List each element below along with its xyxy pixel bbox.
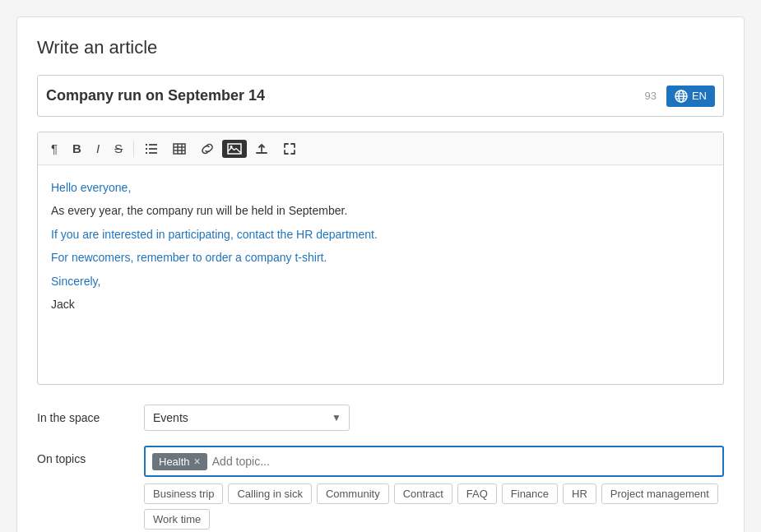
toolbar-link-btn[interactable] bbox=[194, 139, 220, 159]
add-topic-input[interactable] bbox=[212, 455, 716, 468]
topic-chip-community[interactable]: Community bbox=[317, 483, 389, 504]
table-icon bbox=[173, 143, 186, 155]
toolbar-image-btn[interactable] bbox=[222, 140, 247, 158]
upload-icon bbox=[255, 142, 268, 155]
editor-area: ¶ B I S bbox=[37, 132, 724, 385]
editor-line-5: Sincerely, bbox=[51, 272, 710, 290]
globe-icon bbox=[675, 90, 688, 103]
space-select[interactable]: Events General HR Company bbox=[144, 405, 350, 431]
title-row: 93 EN bbox=[37, 75, 724, 117]
toolbar-table-btn[interactable] bbox=[166, 139, 193, 159]
topic-chip-hr[interactable]: HR bbox=[563, 483, 596, 504]
lang-label: EN bbox=[692, 90, 707, 102]
topic-suggestions: Business trip Calling in sick Community … bbox=[144, 483, 724, 530]
topic-chip-contract[interactable]: Contract bbox=[394, 483, 452, 504]
editor-line-3: If you are interested in participating, … bbox=[51, 225, 710, 243]
topic-chip-work-time[interactable]: Work time bbox=[144, 509, 210, 530]
topics-label: On topics bbox=[37, 446, 144, 465]
topics-control: Health × Business trip Calling in sick C… bbox=[144, 446, 724, 532]
space-select-wrapper: Events General HR Company ▼ bbox=[144, 405, 350, 431]
svg-rect-8 bbox=[146, 144, 147, 146]
toolbar-upload-btn[interactable] bbox=[248, 138, 275, 160]
toolbar-expand-btn[interactable] bbox=[276, 138, 303, 160]
editor-line-4: For newcomers, remember to order a compa… bbox=[51, 248, 710, 266]
toolbar-strikethrough-btn[interactable]: S bbox=[108, 137, 129, 160]
editor-line-1: Hello everyone, bbox=[51, 178, 710, 197]
health-tag-remove[interactable]: × bbox=[194, 456, 201, 467]
health-tag-label: Health bbox=[159, 456, 190, 468]
toolbar-paragraph-btn[interactable]: ¶ bbox=[44, 137, 64, 160]
link-icon bbox=[201, 143, 214, 155]
toolbar-sep-1 bbox=[133, 141, 134, 157]
topic-chip-faq[interactable]: FAQ bbox=[457, 483, 497, 504]
space-label: In the space bbox=[37, 405, 144, 424]
language-button[interactable]: EN bbox=[666, 86, 715, 107]
expand-icon bbox=[283, 142, 296, 155]
topic-chip-calling-in-sick[interactable]: Calling in sick bbox=[228, 483, 311, 504]
topic-chip-project-management[interactable]: Project management bbox=[601, 483, 718, 504]
topic-chip-finance[interactable]: Finance bbox=[502, 483, 558, 504]
space-row: In the space Events General HR Company ▼ bbox=[37, 405, 724, 431]
article-title-input[interactable] bbox=[46, 76, 644, 116]
topics-row: On topics Health × Business trip Calling… bbox=[37, 446, 724, 532]
toolbar: ¶ B I S bbox=[38, 132, 723, 165]
topic-chip-business-trip[interactable]: Business trip bbox=[144, 483, 223, 504]
image-icon bbox=[227, 143, 242, 155]
toolbar-bold-btn[interactable]: B bbox=[66, 137, 88, 160]
svg-rect-11 bbox=[174, 144, 185, 154]
svg-rect-9 bbox=[146, 148, 147, 150]
article-editor-container: Write an article 93 EN ¶ B I S bbox=[16, 16, 745, 532]
char-count: 93 bbox=[644, 90, 656, 102]
toolbar-italic-btn[interactable]: I bbox=[90, 137, 106, 160]
svg-rect-10 bbox=[146, 152, 147, 154]
toolbar-list-btn[interactable] bbox=[138, 139, 165, 159]
topics-input-area[interactable]: Health × bbox=[144, 446, 724, 477]
editor-line-2: As every year, the company run will be h… bbox=[51, 201, 710, 220]
editor-line-6: Jack bbox=[51, 295, 710, 313]
page-title: Write an article bbox=[37, 37, 724, 58]
list-icon bbox=[145, 143, 158, 155]
editor-content[interactable]: Hello everyone, As every year, the compa… bbox=[38, 165, 723, 384]
health-tag: Health × bbox=[152, 453, 207, 470]
space-control: Events General HR Company ▼ bbox=[144, 405, 724, 431]
